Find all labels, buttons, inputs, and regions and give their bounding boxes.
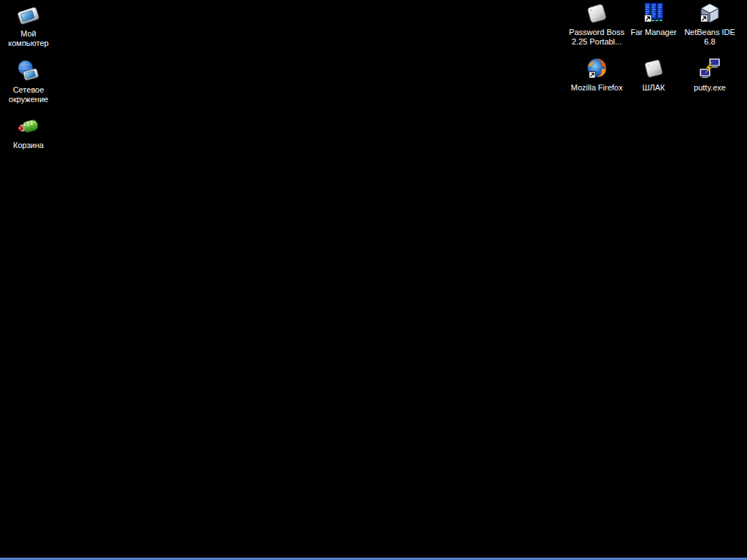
desktop-icon-network-places[interactable]: Сетевое окружение — [0, 59, 58, 104]
icon-label: Корзина — [13, 141, 44, 150]
desktop[interactable]: Мой компьютер Сетевое окружение — [0, 0, 747, 558]
icon-label: putty.exe — [694, 83, 726, 93]
putty-icon — [698, 57, 721, 80]
password-boss-icon — [585, 1, 608, 25]
my-computer-icon — [17, 3, 40, 26]
firefox-icon — [585, 57, 608, 80]
icon-label: Password Boss 2.25 Portabl... — [569, 28, 624, 47]
desktop-icon-far-manager[interactable]: Far Manager — [624, 1, 683, 37]
desktop-icon-password-boss[interactable]: Password Boss 2.25 Portabl... — [568, 1, 626, 47]
icon-label: Сетевое окружение — [9, 85, 48, 104]
desktop-icon-putty[interactable]: putty.exe — [681, 57, 739, 93]
network-places-icon — [17, 59, 40, 82]
desktop-icon-recycle-bin[interactable]: Корзина — [0, 114, 58, 150]
far-manager-icon — [642, 1, 665, 25]
icon-label: ШЛАК — [642, 83, 665, 93]
icon-label: Mozilla Firefox — [571, 83, 623, 93]
recycle-bin-icon — [17, 114, 40, 138]
desktop-icon-firefox[interactable]: Mozilla Firefox — [568, 57, 626, 93]
icon-label: Far Manager — [631, 28, 677, 37]
shortcut-arrow-overlay — [701, 15, 708, 23]
netbeans-icon — [698, 1, 721, 25]
desktop-icon-my-computer[interactable]: Мой компьютер — [0, 3, 58, 48]
generic-box-icon — [642, 57, 665, 80]
icon-label: NetBeans IDE 6.8 — [684, 28, 735, 47]
desktop-icon-shlak[interactable]: ШЛАК — [624, 57, 683, 93]
icon-label: Мой компьютер — [8, 29, 48, 48]
shortcut-arrow-overlay — [589, 72, 596, 79]
desktop-icon-netbeans[interactable]: NetBeans IDE 6.8 — [681, 1, 739, 47]
shortcut-arrow-overlay — [645, 15, 652, 23]
